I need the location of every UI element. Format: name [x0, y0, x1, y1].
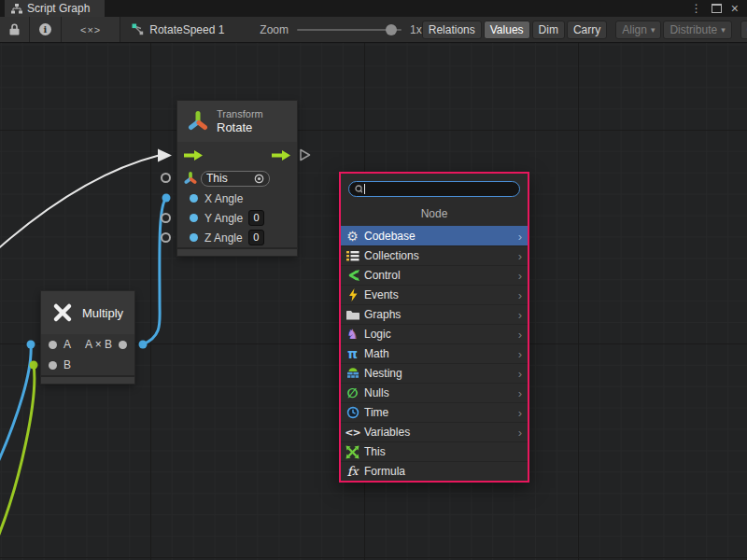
chevron-right-icon: ›: [518, 309, 522, 321]
node-kind: Transform: [217, 108, 263, 120]
y-angle-edge-port[interactable]: [161, 213, 171, 223]
z-angle-port[interactable]: [190, 233, 198, 242]
node-transform-rotate[interactable]: Transform Rotate This: [177, 101, 297, 256]
clock-icon: [345, 406, 360, 419]
multiply-b-row: B: [41, 355, 134, 375]
titlebar-controls: ⋮ ×: [691, 0, 747, 17]
flow-out-edge-port[interactable]: [299, 148, 312, 161]
lock-icon: [9, 23, 20, 35]
a-port-connected[interactable]: [27, 341, 35, 349]
node-title: Rotate: [217, 120, 263, 134]
overview-button[interactable]: Overview: [740, 21, 747, 39]
x-angle-row: X Angle: [177, 189, 297, 208]
finder-item-nulls[interactable]: ∅ Nulls ›: [341, 383, 528, 402]
b-port[interactable]: [49, 361, 57, 370]
this-field-value: This: [206, 172, 228, 185]
chevron-right-icon: ›: [518, 270, 522, 282]
y-angle-port[interactable]: [190, 214, 198, 222]
y-angle-label: Y Angle: [204, 212, 243, 225]
align-dropdown[interactable]: Align ▾: [615, 21, 661, 39]
a-port[interactable]: [49, 341, 57, 349]
breadcrumb[interactable]: RotateSpeed 1: [120, 23, 235, 36]
relations-button[interactable]: Relations: [422, 21, 482, 39]
axb-port[interactable]: [119, 341, 127, 349]
search-input[interactable]: [369, 183, 514, 195]
window-menu-icon[interactable]: ⋮: [691, 3, 702, 14]
finder-item-logic[interactable]: ♞ Logic ›: [341, 324, 528, 343]
this-object-field[interactable]: This: [201, 171, 270, 187]
chevron-right-icon: ›: [518, 387, 522, 399]
gear-icon: ⚙: [345, 230, 360, 243]
flow-out-port[interactable]: [272, 150, 290, 161]
chevron-right-icon: ›: [518, 407, 522, 419]
finder-item-variables[interactable]: <> Variables ›: [341, 422, 528, 441]
xangle-port-connected[interactable]: [162, 194, 171, 203]
breadcrumb-label: RotateSpeed 1: [149, 23, 224, 36]
nesting-icon: [345, 368, 360, 379]
close-icon[interactable]: ×: [731, 2, 739, 15]
code-icon: <×>: [80, 24, 101, 35]
carry-button[interactable]: Carry: [567, 21, 607, 39]
code-preview-button[interactable]: <×>: [62, 17, 120, 42]
chevron-right-icon: ›: [518, 250, 522, 262]
chevron-right-icon: ›: [518, 427, 522, 439]
transform-icon: [188, 109, 208, 133]
inspect-button[interactable]: i: [30, 17, 62, 42]
finder-item-formula[interactable]: fx Formula: [341, 461, 528, 481]
finder-item-nesting[interactable]: Nesting ›: [341, 363, 528, 383]
chevron-right-icon: ›: [518, 329, 522, 341]
transform-node-header[interactable]: Transform Rotate: [177, 101, 297, 142]
fuzzy-finder-popup: Node ⚙ Codebase › Collections: [339, 172, 529, 483]
z-angle-edge-port[interactable]: [161, 232, 171, 243]
multiply-node-header[interactable]: Multiply: [41, 291, 134, 334]
finder-item-events[interactable]: Events ›: [341, 285, 528, 304]
lock-button[interactable]: [0, 17, 30, 42]
object-picker-icon[interactable]: [254, 174, 264, 184]
z-angle-value-field[interactable]: 0: [248, 230, 264, 245]
finder-item-this[interactable]: This: [341, 441, 528, 461]
dim-button[interactable]: Dim: [532, 21, 565, 39]
lightning-icon: [345, 288, 360, 301]
finder-item-control[interactable]: Control ›: [341, 265, 528, 285]
finder-item-time[interactable]: Time ›: [341, 402, 528, 422]
finder-item-collections[interactable]: Collections ›: [341, 245, 528, 265]
chevron-right-icon: ›: [518, 231, 522, 243]
tab-script-graph[interactable]: Script Graph: [5, 0, 105, 17]
search-icon: [355, 185, 362, 194]
finder-list: ⚙ Codebase › Collections ›: [341, 226, 528, 481]
tab-label: Script Graph: [27, 2, 90, 15]
multiply-icon: [51, 301, 74, 324]
distribute-dropdown[interactable]: Distribute ▾: [663, 21, 731, 39]
control-flow-row: [177, 142, 297, 168]
chevron-right-icon: ›: [518, 348, 522, 360]
finder-item-codebase[interactable]: ⚙ Codebase ›: [341, 226, 528, 245]
node-footer: [177, 247, 297, 256]
finder-item-math[interactable]: π Math ›: [341, 343, 528, 363]
this-edge-port[interactable]: [161, 173, 171, 183]
text-caret: [364, 184, 365, 194]
this-icon: [345, 445, 360, 459]
control-icon: [345, 269, 360, 282]
multiply-output-port-connected[interactable]: [139, 341, 148, 349]
zoom-slider-knob[interactable]: [386, 24, 397, 35]
flow-in-port[interactable]: [184, 150, 203, 161]
info-icon: i: [39, 23, 51, 35]
x-angle-label: X Angle: [204, 192, 243, 205]
folder-icon: [345, 310, 360, 320]
b-port-connected[interactable]: [30, 361, 38, 370]
maximize-icon[interactable]: [712, 4, 722, 13]
toolbar-buttons: Relations Values Dim Carry Align ▾ Distr…: [422, 21, 747, 39]
b-label: B: [63, 358, 71, 371]
script-graph-icon: [11, 4, 22, 14]
finder-item-graphs[interactable]: Graphs ›: [341, 304, 528, 324]
x-angle-port[interactable]: [190, 194, 198, 203]
search-field[interactable]: [348, 181, 520, 197]
values-button[interactable]: Values: [484, 21, 530, 39]
wire-into-b: [0, 365, 35, 541]
y-angle-value-field[interactable]: 0: [248, 210, 264, 226]
this-port-row: This: [177, 168, 297, 189]
node-multiply[interactable]: Multiply A A × B B: [41, 291, 134, 384]
unity-visual-scripting-window: Script Graph ⋮ × i <×>: [0, 0, 747, 560]
graph-canvas[interactable]: Transform Rotate This: [0, 43, 747, 560]
zoom-slider[interactable]: [297, 29, 402, 31]
